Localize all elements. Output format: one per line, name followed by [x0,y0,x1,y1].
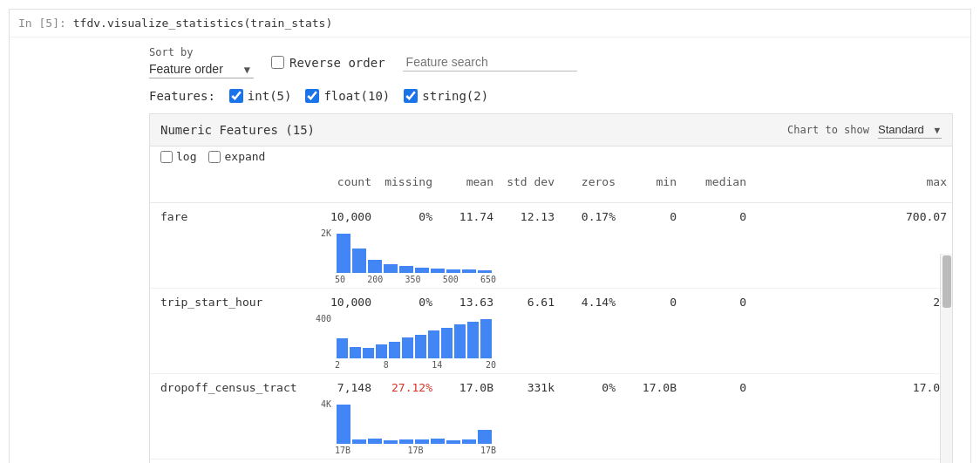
feature-search-input[interactable] [403,53,577,71]
y-label: 4K [307,398,331,409]
chart-controls: Chart to show Standard ▼ [787,121,942,139]
scrollbar-thumb[interactable] [943,255,951,308]
cell-input: In [5]: tfdv.visualize_statistics(train_… [10,10,970,37]
feature-max: 23 [752,294,952,310]
int-label: int(5) [248,89,292,103]
chart-to-show-label: Chart to show [787,124,869,136]
svg-rect-20 [467,322,479,358]
reverse-order-text: Reverse order [289,56,385,70]
svg-rect-25 [384,440,398,444]
svg-rect-7 [446,269,460,273]
y-label: 400 [307,312,331,323]
expand-check-label[interactable]: expand [208,150,265,163]
x-labels: 281420 [335,360,496,370]
feature-rows: fare 10,000 0% 11.74 12.13 0.17% 0 0 700… [150,203,952,463]
feature-min: 0 [621,208,682,225]
col-header-zeros: zeros [560,172,621,192]
stats-header-bar: Numeric Features (15) Chart to show Stan… [150,114,952,146]
feature-stddev: 12.13 [499,208,560,225]
svg-rect-29 [446,440,460,444]
sort-by-select[interactable]: Feature order [149,60,254,78]
feature-missing: 27.12% [377,379,438,396]
svg-rect-12 [363,348,374,358]
feature-min: 0 [621,294,682,310]
table-row: trip_start_hour 10,000 0% 13.63 6.61 4.1… [150,289,952,374]
svg-rect-30 [462,439,476,444]
feature-max: 17.0B [752,379,952,396]
notebook-cell: In [5]: tfdv.visualize_statistics(train_… [9,9,971,463]
svg-rect-0 [337,234,350,273]
int-feature-check[interactable]: int(5) [229,89,292,103]
reverse-order-checkbox[interactable] [271,56,284,69]
feature-median: 0 [682,379,752,396]
bar-chart [335,312,496,360]
int-checkbox[interactable] [229,89,243,103]
chart-to-show-select[interactable]: Standard [878,121,942,139]
features-row: Features: int(5) float(10) string(2) [149,89,953,103]
string-checkbox[interactable] [404,89,418,103]
chart-area: 400 281420 [307,312,952,370]
x-labels: 50200350500650 [335,275,496,284]
sort-by-container: Sort by Feature order ▼ [149,46,254,78]
feature-median: 0 [682,294,752,310]
scrollbar[interactable] [940,254,952,463]
float-feature-check[interactable]: float(10) [305,89,390,103]
feature-mean: 13.63 [438,294,499,310]
feature-max: 700.07 [752,208,952,225]
svg-rect-26 [399,439,413,444]
svg-rect-18 [441,328,453,358]
svg-rect-8 [462,269,476,273]
string-feature-check[interactable]: string(2) [404,89,488,103]
svg-rect-10 [337,338,348,358]
feature-stddev: 6.61 [499,294,560,310]
log-text: log [176,150,196,163]
bar-chart-wrapper: 281420 [335,312,496,370]
float-label: float(10) [323,89,390,103]
float-checkbox[interactable] [305,89,319,103]
feature-count: 10,000 [307,208,377,225]
stats-table: Numeric Features (15) Chart to show Stan… [149,113,953,463]
svg-rect-22 [337,405,350,444]
table-row: trip_start_timestamp 10,000 0% 1.41B 29.… [150,460,952,463]
sort-select-wrapper: Feature order ▼ [149,60,254,78]
svg-rect-28 [431,439,445,444]
svg-rect-2 [368,260,382,273]
bar-chart-wrapper: 50200350500650 [335,227,496,284]
svg-rect-24 [368,439,382,444]
svg-rect-6 [431,269,445,273]
svg-rect-1 [352,249,366,273]
feature-name: fare [150,210,307,223]
log-checkbox[interactable] [160,151,173,163]
svg-rect-13 [376,344,387,358]
log-check-label[interactable]: log [160,150,196,163]
cell-output: Sort by Feature order ▼ Reverse order Fe… [10,37,970,463]
svg-rect-5 [415,268,429,273]
feature-zeros: 0% [560,379,621,396]
svg-rect-19 [454,324,466,358]
col-header-count: count [307,172,377,192]
feature-count: 7,148 [307,379,377,396]
feature-mean: 11.74 [438,208,499,225]
string-label: string(2) [422,89,488,103]
y-label: 2K [307,227,331,238]
feature-median: 0 [682,208,752,225]
bar-chart-wrapper: 17B17B17B [335,398,496,455]
feature-name: dropoff_census_tract [150,381,307,394]
svg-rect-16 [415,335,426,358]
feature-mean: 17.0B [438,379,499,396]
svg-rect-14 [389,342,400,358]
feature-name: trip_start_hour [150,296,307,309]
expand-checkbox[interactable] [208,151,221,163]
col-header-missing: missing [377,172,438,192]
svg-rect-4 [399,266,413,273]
feature-zeros: 0.17% [560,208,621,225]
svg-rect-27 [415,439,429,444]
feature-missing: 0% [377,208,438,225]
table-row: dropoff_census_tract 7,148 27.12% 17.0B … [150,374,952,460]
reverse-order-label[interactable]: Reverse order [271,56,385,70]
cell-code: tfdv.visualize_statistics(train_stats) [73,17,332,30]
stats-title: Numeric Features (15) [160,123,315,137]
feature-min: 17.0B [621,379,682,396]
col-header-stddev: std dev [499,172,560,192]
col-header-mean: mean [438,172,499,192]
